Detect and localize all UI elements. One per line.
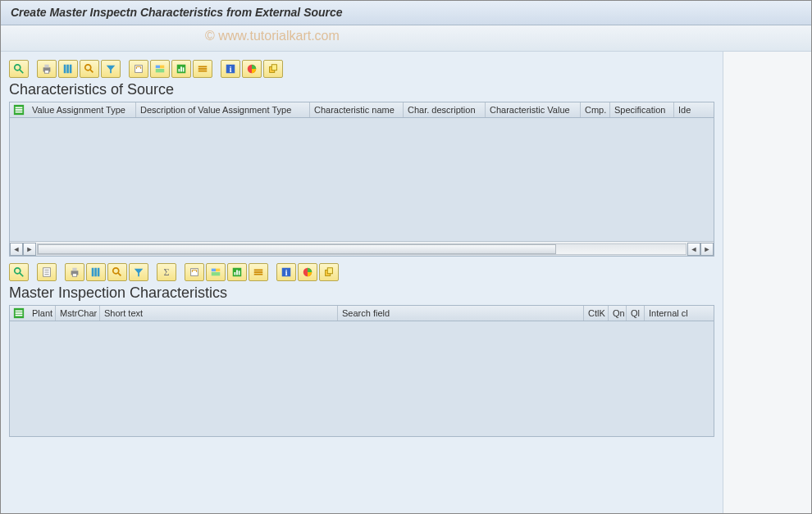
- sigma-button[interactable]: Σ: [157, 263, 176, 281]
- svg-rect-55: [254, 270, 263, 271]
- grid1-header: Value Assignment Type Description of Val…: [10, 102, 714, 118]
- svg-rect-39: [72, 274, 76, 277]
- svg-rect-57: [254, 274, 263, 275]
- svg-marker-45: [135, 269, 144, 277]
- svg-rect-3: [44, 65, 48, 68]
- col-mstrchar[interactable]: MstrChar: [56, 306, 100, 321]
- svg-rect-28: [16, 107, 23, 109]
- svg-rect-4: [44, 71, 48, 74]
- svg-line-44: [118, 273, 121, 276]
- svg-rect-42: [98, 268, 100, 277]
- columns-button[interactable]: [58, 60, 78, 78]
- col-ide[interactable]: Ide: [674, 102, 699, 117]
- find-button-2[interactable]: [107, 263, 127, 281]
- svg-text:Σ: Σ: [163, 266, 169, 278]
- col-specification[interactable]: Specification: [610, 102, 674, 117]
- grid2-header: Plant MstrChar Short text Search field C…: [10, 306, 714, 321]
- svg-rect-6: [66, 65, 69, 74]
- grid-source-characteristics: Value Assignment Type Description of Val…: [9, 102, 714, 257]
- svg-text:i: i: [285, 268, 288, 277]
- grid1-body[interactable]: [10, 118, 714, 241]
- svg-rect-64: [16, 311, 23, 312]
- grid1-toolbar: i: [9, 58, 714, 80]
- export-button[interactable]: [129, 60, 148, 78]
- content-area: i Characteristics of Source Value Assign…: [1, 52, 811, 513]
- svg-rect-41: [94, 268, 97, 277]
- chart-button-2[interactable]: [227, 263, 247, 281]
- svg-rect-7: [70, 65, 72, 74]
- chart-button[interactable]: [171, 60, 191, 78]
- layout-button-2[interactable]: [206, 263, 226, 281]
- svg-rect-53: [236, 270, 238, 275]
- svg-rect-13: [160, 66, 164, 69]
- scroll-track[interactable]: [37, 243, 687, 255]
- svg-text:i: i: [230, 65, 232, 74]
- window-title: Create Master Inspectn Characteristics f…: [1, 1, 811, 25]
- svg-point-0: [15, 65, 21, 71]
- col-qn[interactable]: Qn: [609, 306, 627, 321]
- svg-point-8: [85, 65, 91, 71]
- scroll-right-button[interactable]: ►: [700, 243, 714, 256]
- print-button-2[interactable]: [65, 263, 84, 281]
- grid2-body[interactable]: [10, 321, 714, 436]
- svg-rect-17: [180, 66, 182, 71]
- doc-button[interactable]: [37, 263, 57, 281]
- scroll-left-inner-button[interactable]: ◄: [687, 243, 700, 256]
- main-panel: i Characteristics of Source Value Assign…: [1, 52, 723, 513]
- svg-rect-56: [254, 271, 263, 273]
- info-button[interactable]: i: [221, 60, 240, 78]
- col-ctlk[interactable]: CtlK: [584, 306, 609, 321]
- col-char-description[interactable]: Char. description: [404, 102, 486, 117]
- wizard-button[interactable]: [263, 60, 283, 78]
- scroll-left-button[interactable]: ◄: [10, 243, 23, 256]
- svg-marker-10: [107, 66, 116, 74]
- select-all-icon-2[interactable]: [10, 306, 28, 321]
- sum-button-2[interactable]: [249, 263, 268, 281]
- col-cmp[interactable]: Cmp.: [581, 102, 610, 117]
- svg-rect-20: [198, 68, 208, 70]
- info-button-2[interactable]: i: [276, 263, 296, 281]
- scroll-right-inner-button[interactable]: ►: [23, 243, 36, 256]
- sum-button[interactable]: [193, 60, 212, 78]
- pie-button[interactable]: [242, 60, 262, 78]
- col-characteristic-value[interactable]: Characteristic Value: [486, 102, 581, 117]
- svg-rect-18: [183, 67, 185, 71]
- col-description-vat[interactable]: Description of Value Assignment Type: [136, 102, 310, 117]
- scroll-thumb[interactable]: [38, 244, 556, 254]
- svg-line-32: [20, 273, 23, 276]
- layout-button[interactable]: [150, 60, 170, 78]
- export-button-2[interactable]: [185, 263, 204, 281]
- col-internal-cl[interactable]: Internal cl: [645, 306, 702, 321]
- svg-rect-29: [16, 109, 23, 111]
- print-button[interactable]: [37, 60, 57, 78]
- find-button[interactable]: [80, 60, 99, 78]
- detail-button-2[interactable]: [9, 263, 29, 281]
- col-short-text[interactable]: Short text: [100, 306, 338, 321]
- svg-rect-30: [16, 111, 23, 113]
- col-value-assignment-type[interactable]: Value Assignment Type: [28, 102, 136, 117]
- columns-button-2[interactable]: [86, 263, 106, 281]
- svg-point-43: [113, 268, 119, 274]
- svg-rect-50: [212, 272, 221, 275]
- col-characteristic-name[interactable]: Characteristic name: [310, 102, 404, 117]
- svg-rect-26: [271, 65, 276, 71]
- grid1-hscroll: ◄ ► ◄ ►: [10, 241, 714, 256]
- svg-rect-12: [156, 66, 160, 69]
- wizard-button-2[interactable]: [319, 263, 339, 281]
- filter-button[interactable]: [101, 60, 121, 78]
- section1-title: Characteristics of Source: [9, 81, 714, 98]
- detail-button[interactable]: [9, 60, 29, 78]
- col-ql[interactable]: Ql: [627, 306, 645, 321]
- col-search-field[interactable]: Search field: [338, 306, 584, 321]
- svg-rect-52: [235, 272, 236, 275]
- svg-rect-21: [198, 71, 208, 72]
- svg-rect-19: [198, 66, 208, 68]
- select-all-icon[interactable]: [10, 102, 28, 117]
- svg-rect-65: [16, 312, 23, 314]
- filter-button-2[interactable]: [129, 263, 148, 281]
- svg-rect-54: [239, 271, 240, 275]
- col-plant[interactable]: Plant: [28, 306, 56, 321]
- side-panel: [723, 52, 811, 513]
- svg-rect-40: [92, 268, 94, 277]
- pie-button-2[interactable]: [298, 263, 317, 281]
